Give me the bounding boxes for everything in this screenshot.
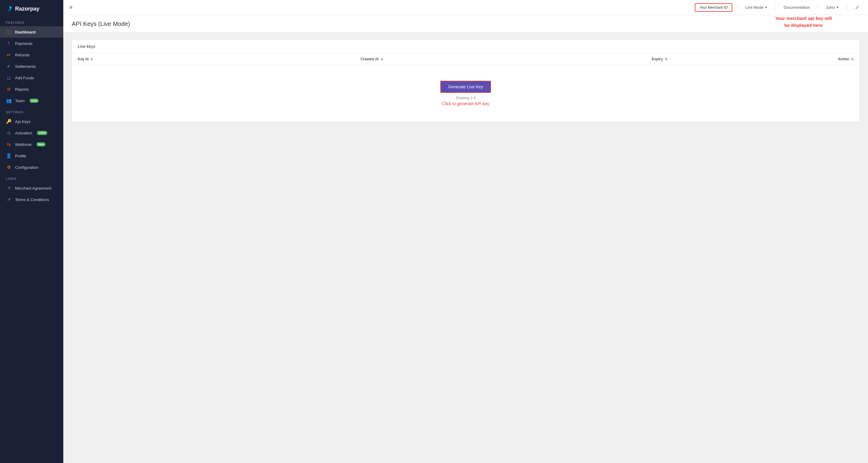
live-keys-card: Live keys Key Id ⇅ Created At ⇅ Expiry [72, 40, 860, 122]
sidebar-item-team[interactable]: 👥 Team beta [0, 95, 63, 106]
sidebar-item-payments[interactable]: ₹ Payments [0, 38, 63, 49]
sidebar-features-label: Features [0, 17, 63, 26]
sidebar-item-reports[interactable]: ⊞ Reports [0, 84, 63, 95]
sidebar-settings-label: Settings [0, 106, 63, 116]
sidebar-item-profile[interactable]: 👤 Profile [0, 150, 63, 161]
sort-icon-action[interactable]: ⇅ [851, 58, 854, 61]
zoho-button[interactable]: Zoho ▼ [823, 4, 842, 11]
settlements-icon: ✔ [6, 64, 11, 69]
topbar: ≡ Your Merchant ID Live Mode ▼ Documenta… [63, 0, 868, 15]
sidebar-item-configuration[interactable]: ⚙ Configuration [0, 161, 63, 173]
reports-icon: ⊞ [6, 87, 11, 92]
sidebar-item-label: Add Funds [15, 76, 34, 80]
sidebar-item-label: Reports [15, 87, 29, 92]
sidebar-item-webhook[interactable]: ⇆ Webhook beta [0, 138, 63, 150]
profile-icon: 👤 [6, 153, 11, 159]
table-header-row: Key Id ⇅ Created At ⇅ Expiry ⇅ Action [72, 53, 860, 65]
sidebar-item-label: Webhook [15, 142, 32, 147]
team-beta-badge: beta [30, 99, 39, 103]
generate-live-key-button[interactable]: Generate Live Key [440, 81, 491, 93]
topbar-divider-4 [847, 4, 847, 11]
page-header: API Keys (Live Mode) [63, 15, 868, 33]
webhook-icon: ⇆ [6, 142, 11, 147]
table-empty-cell: Generate Live Key Showing 1-0 Click to g… [72, 65, 860, 122]
topbar-divider-3 [818, 4, 818, 11]
merchant-id-button[interactable]: Your Merchant ID [695, 3, 733, 12]
page-title: API Keys (Live Mode) [72, 21, 860, 27]
sidebar-item-terms-conditions[interactable]: ↗ Terms & Conditions [0, 194, 63, 205]
main-area: ≡ Your Merchant ID Live Mode ▼ Documenta… [63, 0, 868, 463]
col-action: Action ⇅ [673, 53, 860, 65]
chevron-down-icon: ▼ [765, 6, 768, 9]
sidebar: Razorpay Features ⬛ Dashboard ₹ Payments… [0, 0, 63, 463]
sidebar-item-label: Settlements [15, 64, 36, 69]
addfunds-icon: 🗂 [6, 75, 11, 81]
razorpay-logo-icon [6, 5, 13, 12]
external-link-icon: ↗ [6, 185, 11, 191]
sidebar-item-label: Payments [15, 41, 33, 46]
sort-icon-expiry[interactable]: ⇅ [665, 58, 667, 61]
refunds-icon: ↩ [6, 52, 11, 58]
sidebar-item-label: Team [15, 99, 25, 103]
topbar-divider-1 [737, 4, 738, 11]
sidebar-item-apikeys[interactable]: 🔑 Api Keys [0, 116, 63, 127]
showing-text: Showing 1-0 [84, 96, 847, 100]
sidebar-item-label: Merchant Agreement [15, 186, 52, 190]
expand-button[interactable]: ⤢ [852, 3, 862, 12]
sidebar-item-label: Profile [15, 154, 26, 158]
team-icon: 👥 [6, 98, 11, 103]
sidebar-item-activation[interactable]: ⊙ Activation 100% [0, 127, 63, 138]
sidebar-item-label: Configuration [15, 165, 38, 170]
sidebar-item-dashboard[interactable]: ⬛ Dashboard [0, 26, 63, 38]
content-area: API Keys (Live Mode) Live keys Key Id ⇅ … [63, 15, 868, 463]
config-icon: ⚙ [6, 164, 11, 170]
click-hint-text: Click to generate API key [442, 101, 489, 106]
sidebar-links-label: Links [0, 173, 63, 182]
sidebar-logo[interactable]: Razorpay [0, 0, 63, 17]
sidebar-logo-text: Razorpay [15, 6, 39, 12]
activation-icon: ⊙ [6, 130, 11, 136]
sort-icon-key-id[interactable]: ⇅ [90, 58, 93, 61]
hamburger-menu-button[interactable]: ≡ [69, 4, 73, 10]
webhook-beta-badge: beta [36, 142, 46, 147]
sidebar-item-label: Dashboard [15, 30, 36, 34]
sidebar-item-label: Api Keys [15, 119, 30, 124]
external-link-icon-2: ↗ [6, 197, 11, 202]
sidebar-item-label: Terms & Conditions [15, 197, 49, 202]
sort-icon-created-at[interactable]: ⇅ [381, 58, 383, 61]
chevron-down-icon-2: ▼ [836, 6, 839, 9]
live-mode-button[interactable]: Live Mode ▼ [742, 4, 771, 11]
sidebar-item-label: Activation [15, 131, 32, 135]
sidebar-item-refunds[interactable]: ↩ Refunds [0, 49, 63, 61]
col-key-id: Key Id ⇅ [72, 53, 255, 65]
live-keys-header: Live keys [72, 40, 860, 53]
sidebar-item-settlements[interactable]: ✔ Settlements [0, 61, 63, 72]
topbar-divider-2 [775, 4, 776, 11]
dashboard-icon: ⬛ [6, 29, 11, 35]
col-created-at: Created At ⇅ [255, 53, 488, 65]
documentation-button[interactable]: Documentation [781, 4, 813, 11]
activation-pct-badge: 100% [37, 131, 47, 135]
payments-icon: ₹ [6, 41, 11, 46]
apikeys-icon: 🔑 [6, 119, 11, 124]
table-empty-row: Generate Live Key Showing 1-0 Click to g… [72, 65, 860, 122]
empty-state: Generate Live Key Showing 1-0 Click to g… [78, 69, 854, 118]
sidebar-item-merchant-agreement[interactable]: ↗ Merchant Agreement [0, 182, 63, 194]
sidebar-item-addfunds[interactable]: 🗂 Add Funds [0, 72, 63, 84]
col-expiry: Expiry ⇅ [488, 53, 673, 65]
sidebar-item-label: Refunds [15, 53, 30, 57]
api-keys-table: Key Id ⇅ Created At ⇅ Expiry ⇅ Action [72, 53, 860, 122]
